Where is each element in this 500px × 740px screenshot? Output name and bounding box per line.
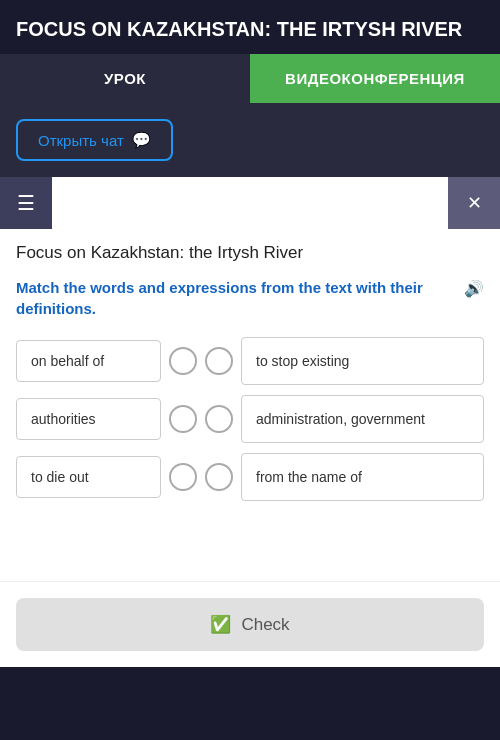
table-row: to die out from the name of [16, 453, 484, 501]
content-body: Focus on Kazakhstan: the Irtysh River Ma… [0, 229, 500, 517]
left-term-2: authorities [16, 398, 161, 440]
close-icon: ✕ [467, 192, 482, 214]
table-row: on behalf of to stop existing [16, 337, 484, 385]
table-row: authorities administration, government [16, 395, 484, 443]
open-chat-button[interactable]: Открыть чат 💬 [16, 119, 173, 161]
content-subtitle: Focus on Kazakhstan: the Irtysh River [16, 243, 484, 263]
right-term-2: administration, government [241, 395, 484, 443]
left-circle-3[interactable] [169, 463, 197, 491]
tab-lesson[interactable]: УРОК [0, 54, 250, 103]
tab-videoconf[interactable]: ВИДЕОКОНФЕРЕНЦИЯ [250, 54, 500, 103]
instructions-text: Match the words and expressions from the… [16, 277, 456, 319]
header: FOCUS ON KAZAKHSTAN: THE IRTYSH RIVER [0, 0, 500, 54]
tab-bar: УРОК ВИДЕОКОНФЕРЕНЦИЯ [0, 54, 500, 103]
left-term-1: on behalf of [16, 340, 161, 382]
chat-icon: 💬 [132, 131, 151, 149]
close-button[interactable]: ✕ [448, 177, 500, 229]
check-area: ✅ Check [0, 581, 500, 667]
hamburger-button[interactable]: ☰ [0, 177, 52, 229]
right-circle-1[interactable] [205, 347, 233, 375]
sound-icon[interactable]: 🔊 [464, 278, 484, 300]
page-title: FOCUS ON KAZAKHSTAN: THE IRTYSH RIVER [16, 16, 484, 42]
check-icon: ✅ [210, 614, 231, 635]
left-term-3: to die out [16, 456, 161, 498]
matching-container: on behalf of to stop existing authoritie… [16, 337, 484, 501]
left-circle-1[interactable] [169, 347, 197, 375]
right-term-1: to stop existing [241, 337, 484, 385]
chat-label: Открыть чат [38, 132, 124, 149]
main-content: ☰ ✕ Focus on Kazakhstan: the Irtysh Rive… [0, 177, 500, 667]
check-label: Check [241, 615, 289, 635]
content-topbar: ☰ ✕ [0, 177, 500, 229]
hamburger-icon: ☰ [17, 191, 35, 215]
chat-area: Открыть чат 💬 [0, 103, 500, 177]
left-circle-2[interactable] [169, 405, 197, 433]
right-term-3: from the name of [241, 453, 484, 501]
check-button[interactable]: ✅ Check [16, 598, 484, 651]
right-circle-3[interactable] [205, 463, 233, 491]
instructions: Match the words and expressions from the… [16, 277, 484, 319]
right-circle-2[interactable] [205, 405, 233, 433]
